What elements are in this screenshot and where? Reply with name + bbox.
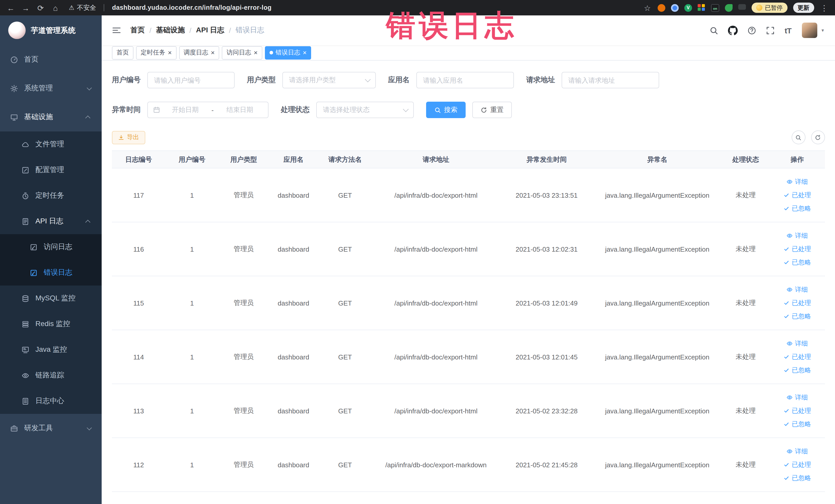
user-type-select[interactable]: 请选择用户类型 xyxy=(282,72,376,88)
filter-label-app-name: 应用名 xyxy=(388,76,410,85)
action-ignored-link[interactable]: 已忽略 xyxy=(773,310,822,323)
export-button-label: 导出 xyxy=(127,133,139,142)
browser-menu-icon[interactable]: ⋮ xyxy=(820,3,829,12)
exception-time-range-picker[interactable]: 开始日期 - 结束日期 xyxy=(147,102,268,118)
sidebar-item-10[interactable]: Redis 监控 xyxy=(0,311,102,337)
action-detail-link[interactable]: 详细 xyxy=(773,391,822,404)
request-url-input[interactable] xyxy=(562,72,659,88)
search-button[interactable]: 搜索 xyxy=(426,102,466,118)
sidebar-item-7[interactable]: 访问日志 xyxy=(0,234,102,260)
action-ignored-link[interactable]: 已忽略 xyxy=(773,202,822,215)
tabs-bar: 首页 定时任务 × 调度日志 × 访问日志 × 错误日志 × xyxy=(102,45,835,61)
extension-blue-icon[interactable] xyxy=(671,4,679,12)
action-detail-link[interactable]: 详细 xyxy=(773,229,822,242)
breadcrumb-item-0[interactable]: 首页 xyxy=(130,26,145,35)
tab-close-icon[interactable]: × xyxy=(303,49,307,56)
sidebar-item-3[interactable]: 文件管理 xyxy=(0,132,102,157)
action-ignored-link[interactable]: 已忽略 xyxy=(773,256,822,269)
sidebar-item-label: 配置管理 xyxy=(36,165,64,175)
user-id-input[interactable] xyxy=(147,72,235,88)
tab-3[interactable]: 访问日志 × xyxy=(222,46,262,59)
browser-home-icon[interactable]: ⌂ xyxy=(51,3,60,12)
sidebar-item-2[interactable]: 基础设施 xyxy=(0,103,102,132)
cell-actions: 详细已处理已忽略 xyxy=(770,222,825,276)
extension-orange-icon[interactable] xyxy=(658,4,665,12)
action-ignored-link[interactable]: 已忽略 xyxy=(773,418,822,431)
check-icon xyxy=(783,354,790,360)
sidebar-item-8[interactable]: 错误日志 xyxy=(0,260,102,285)
process-status-select[interactable]: 请选择处理状态 xyxy=(316,102,414,118)
tab-2[interactable]: 调度日志 × xyxy=(179,46,219,59)
paused-extension-badge[interactable]: 已暂停 xyxy=(752,3,787,13)
extension-green-icon[interactable]: V xyxy=(684,4,692,12)
toggle-search-button[interactable] xyxy=(791,130,805,144)
extension-grid-icon[interactable] xyxy=(698,4,705,12)
sidebar-item-label: API 日志 xyxy=(36,217,63,226)
paused-badge-label: 已暂停 xyxy=(765,4,782,12)
cell-exception: java.lang.IllegalArgumentException xyxy=(593,330,721,384)
app-name-input[interactable] xyxy=(416,72,514,88)
sidebar-item-11[interactable]: Java 监控 xyxy=(0,337,102,363)
sidebar-item-12[interactable]: 链路追踪 xyxy=(0,363,102,388)
action-detail-link[interactable]: 详细 xyxy=(773,445,822,458)
tab-close-icon[interactable]: × xyxy=(211,49,215,56)
extension-plug-icon[interactable] xyxy=(738,4,746,12)
browser-update-button[interactable]: 更新 xyxy=(793,3,814,13)
cell-app-name: dashboard xyxy=(268,330,318,384)
search-icon[interactable] xyxy=(710,26,718,35)
sidebar-item-14[interactable]: 研发工具 xyxy=(0,414,102,443)
refresh-table-button[interactable] xyxy=(811,130,825,144)
reset-button[interactable]: 重置 xyxy=(472,102,512,118)
breadcrumb-item-1[interactable]: 基础设施 xyxy=(156,26,185,35)
sidebar-item-0[interactable]: 首页 xyxy=(0,45,102,74)
sidebar-item-1[interactable]: 系统管理 xyxy=(0,74,102,103)
action-detail-link[interactable]: 详细 xyxy=(773,175,822,188)
help-icon[interactable] xyxy=(748,26,756,35)
browser-forward-icon[interactable]: → xyxy=(21,3,30,12)
tab-close-icon[interactable]: × xyxy=(253,49,258,56)
sidebar-item-9[interactable]: MySQL 监控 xyxy=(0,285,102,311)
filter-label-request-url: 请求地址 xyxy=(526,76,555,85)
sidebar-item-5[interactable]: 定时任务 xyxy=(0,183,102,208)
action-detail-link[interactable]: 详细 xyxy=(773,283,822,296)
date-range-separator: - xyxy=(210,106,215,114)
sidebar-item-6[interactable]: API 日志 xyxy=(0,208,102,234)
column-header: 请求地址 xyxy=(372,151,500,168)
action-processed-link[interactable]: 已处理 xyxy=(773,242,822,256)
action-ignored-link[interactable]: 已忽略 xyxy=(773,471,822,485)
browser-reload-icon[interactable]: ⟳ xyxy=(36,3,45,12)
action-label: 已处理 xyxy=(792,460,811,469)
address-bar-url[interactable]: dashboard.yudao.iocoder.cn/infra/log/api… xyxy=(112,4,271,11)
font-size-icon[interactable]: tT xyxy=(785,26,791,35)
user-avatar[interactable] xyxy=(802,23,817,38)
extension-leaf-icon[interactable] xyxy=(725,4,733,12)
cell-status: 未处理 xyxy=(721,438,770,492)
fullscreen-icon[interactable] xyxy=(766,26,775,35)
action-processed-link[interactable]: 已处理 xyxy=(773,296,822,310)
tab-4[interactable]: 错误日志 × xyxy=(265,46,311,59)
tab-0[interactable]: 首页 xyxy=(112,46,134,59)
breadcrumb-separator: / xyxy=(149,26,151,35)
github-icon[interactable] xyxy=(728,25,738,35)
action-processed-link[interactable]: 已处理 xyxy=(773,350,822,364)
cell-user-id: 1 xyxy=(165,384,219,438)
export-button[interactable]: 导出 xyxy=(112,131,145,144)
sidebar-item-4[interactable]: 配置管理 xyxy=(0,157,102,183)
avatar-caret-icon[interactable]: ▼ xyxy=(821,28,825,33)
extension-on-switch-icon[interactable]: on xyxy=(711,4,719,12)
tab-close-icon[interactable]: × xyxy=(168,49,172,56)
app-logo[interactable]: 芋道管理系统 xyxy=(0,15,102,45)
security-indicator[interactable]: ⚠ 不安全 xyxy=(69,3,96,12)
bookmark-star-icon[interactable]: ☆ xyxy=(643,3,652,12)
sidebar-item-13[interactable]: 日志中心 xyxy=(0,388,102,414)
action-processed-link[interactable]: 已处理 xyxy=(773,458,822,471)
breadcrumb-separator: / xyxy=(189,26,191,35)
action-processed-link[interactable]: 已处理 xyxy=(773,404,822,418)
action-detail-link[interactable]: 详细 xyxy=(773,337,822,350)
breadcrumb-item-2[interactable]: API 日志 xyxy=(196,26,224,35)
tab-1[interactable]: 定时任务 × xyxy=(136,46,176,59)
action-ignored-link[interactable]: 已忽略 xyxy=(773,364,822,377)
browser-back-icon[interactable]: ← xyxy=(6,3,15,12)
sidebar-toggle-icon[interactable] xyxy=(112,26,121,35)
action-processed-link[interactable]: 已处理 xyxy=(773,188,822,202)
